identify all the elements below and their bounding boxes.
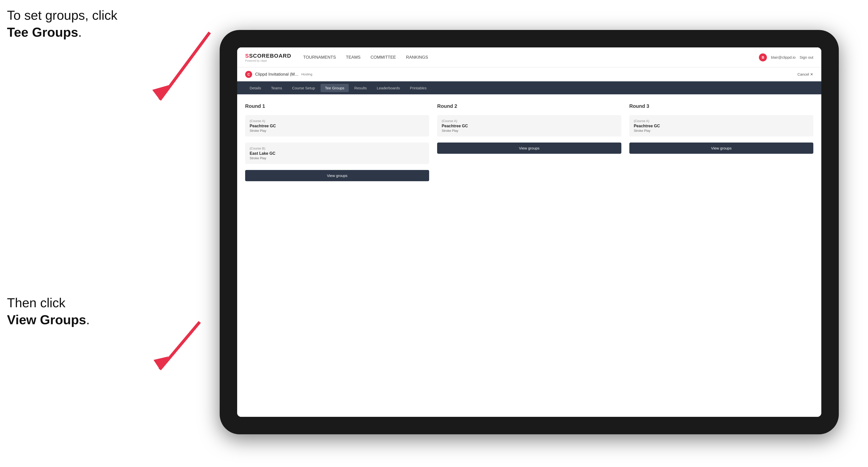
nav-tournaments[interactable]: TOURNAMENTS [303, 55, 336, 60]
tab-tee-groups[interactable]: Tee Groups [320, 84, 349, 92]
round-1-course-a-label: (Course A) [250, 119, 425, 123]
sub-header-title: Clippd Invitational (M... [255, 72, 298, 77]
tablet-frame: SSCOREBOARD Powered by clippt TOURNAMENT… [220, 30, 839, 434]
tab-bar: Details Teams Course Setup Tee Groups Re… [237, 81, 821, 94]
round-1-course-a-name: Peachtree GC [250, 124, 425, 128]
arrow-tee-groups-indicator [140, 30, 220, 110]
user-email: blair@clippd.io [771, 55, 796, 59]
logo-sub: Powered by clippt [245, 59, 291, 62]
round-1-course-b-name: East Lake GC [250, 151, 425, 156]
tab-details[interactable]: Details [245, 84, 266, 92]
round-2-column: Round 2 (Course A) Peachtree GC Stroke P… [437, 103, 621, 181]
nav-committee[interactable]: COMMITTEE [370, 55, 396, 60]
round-3-course-a-card: (Course A) Peachtree GC Stroke Play [629, 115, 813, 136]
round-1-course-a-format: Stroke Play [250, 129, 425, 132]
user-avatar: B [759, 54, 767, 61]
hosting-badge: Hosting [301, 72, 312, 76]
instruction-bottom: Then click View Groups. [7, 294, 90, 328]
round-2-view-groups-button[interactable]: View groups [437, 143, 621, 154]
round-3-course-a-format: Stroke Play [634, 129, 809, 132]
round-1-view-groups-button[interactable]: View groups [245, 170, 429, 181]
logo-text: SSCOREBOARD [245, 53, 291, 59]
nav-rankings[interactable]: RANKINGS [406, 55, 428, 60]
round-3-course-a-name: Peachtree GC [634, 124, 809, 128]
round-1-column: Round 1 (Course A) Peachtree GC Stroke P… [245, 103, 429, 181]
round-3-title: Round 3 [629, 103, 813, 109]
tablet-screen: SSCOREBOARD Powered by clippt TOURNAMENT… [237, 48, 821, 417]
round-1-course-a-card: (Course A) Peachtree GC Stroke Play [245, 115, 429, 136]
nav-links: TOURNAMENTS TEAMS COMMITTEE RANKINGS [303, 55, 759, 60]
svg-line-2 [160, 322, 200, 369]
round-3-column: Round 3 (Course A) Peachtree GC Stroke P… [629, 103, 813, 181]
sub-header: C Clippd Invitational (M... Hosting Canc… [237, 67, 821, 81]
cancel-button[interactable]: Cancel ✕ [797, 72, 813, 76]
round-1-title: Round 1 [245, 103, 429, 109]
instruction-top: To set groups, click Tee Groups. [7, 7, 117, 41]
sub-header-logo: C [245, 71, 252, 78]
svg-line-0 [160, 32, 210, 100]
sub-header-left: C Clippd Invitational (M... Hosting [245, 71, 312, 78]
nav-teams[interactable]: TEAMS [346, 55, 361, 60]
round-1-course-b-label: (Course B) [250, 147, 425, 150]
top-nav: SSCOREBOARD Powered by clippt TOURNAMENT… [237, 48, 821, 67]
rounds-grid: Round 1 (Course A) Peachtree GC Stroke P… [245, 103, 813, 181]
round-1-course-b-format: Stroke Play [250, 156, 425, 160]
tab-printables[interactable]: Printables [405, 84, 431, 92]
tab-leaderboards[interactable]: Leaderboards [372, 84, 404, 92]
round-3-course-a-label: (Course A) [634, 119, 809, 123]
sign-out-link[interactable]: Sign out [800, 55, 813, 59]
tab-course-setup[interactable]: Course Setup [287, 84, 319, 92]
tab-teams[interactable]: Teams [267, 84, 287, 92]
round-2-course-a-format: Stroke Play [442, 129, 617, 132]
main-content: Round 1 (Course A) Peachtree GC Stroke P… [237, 94, 821, 417]
tab-results[interactable]: Results [350, 84, 371, 92]
arrow-view-groups-indicator [140, 319, 210, 379]
nav-right: B blair@clippd.io Sign out [759, 54, 813, 61]
round-3-view-groups-button[interactable]: View groups [629, 143, 813, 154]
logo-area: SSCOREBOARD Powered by clippt [245, 53, 291, 62]
round-2-course-a-card: (Course A) Peachtree GC Stroke Play [437, 115, 621, 136]
round-2-course-a-name: Peachtree GC [442, 124, 617, 128]
round-1-course-b-card: (Course B) East Lake GC Stroke Play [245, 143, 429, 164]
round-2-title: Round 2 [437, 103, 621, 109]
round-2-course-a-label: (Course A) [442, 119, 617, 123]
